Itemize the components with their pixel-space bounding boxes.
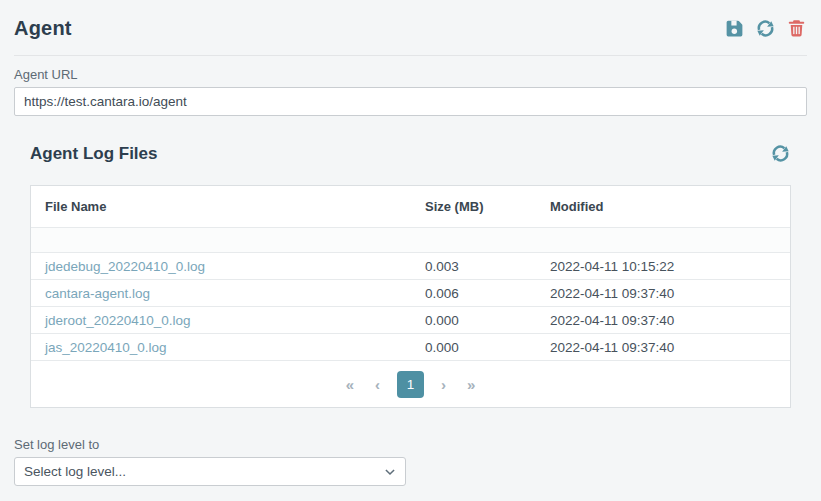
pagination-prev-button[interactable]: ‹	[371, 374, 384, 395]
page-title: Agent	[14, 17, 72, 40]
column-header-size: Size (MB)	[425, 199, 550, 214]
agent-url-label: Agent URL	[14, 67, 807, 82]
save-icon	[724, 18, 745, 39]
table-header-row: File Name Size (MB) Modified	[31, 186, 790, 228]
agent-log-files-section: Agent Log Files File Name Size (MB) Modi…	[30, 143, 791, 408]
column-header-modified: Modified	[550, 199, 790, 214]
refresh-icon	[770, 143, 791, 164]
log-file-link[interactable]: jdedebug_20220410_0.log	[45, 259, 205, 274]
delete-button[interactable]	[786, 18, 807, 39]
pagination: « ‹ 1 › »	[31, 361, 790, 407]
header-divider	[14, 55, 807, 56]
table-row: jas_20220410_0.log 0.000 2022-04-11 09:3…	[31, 334, 790, 361]
toolbar	[724, 18, 807, 39]
trash-icon	[786, 18, 807, 39]
pagination-last-button[interactable]: »	[463, 374, 479, 395]
refresh-button[interactable]	[755, 18, 776, 39]
table-filter-row	[31, 228, 790, 253]
pagination-first-button[interactable]: «	[342, 374, 358, 395]
log-files-table: File Name Size (MB) Modified jdedebug_20…	[30, 185, 791, 408]
save-button[interactable]	[724, 18, 745, 39]
table-row: cantara-agent.log 0.006 2022-04-11 09:37…	[31, 280, 790, 307]
set-log-level-label: Set log level to	[14, 437, 807, 452]
column-header-file-name: File Name	[31, 199, 425, 214]
file-modified: 2022-04-11 10:15:22	[550, 259, 790, 274]
table-row: jderoot_20220410_0.log 0.000 2022-04-11 …	[31, 307, 790, 334]
table-row: jdedebug_20220410_0.log 0.003 2022-04-11…	[31, 253, 790, 280]
file-size: 0.006	[425, 286, 550, 301]
pagination-page-1-button[interactable]: 1	[397, 371, 424, 398]
file-modified: 2022-04-11 09:37:40	[550, 286, 790, 301]
page-header: Agent	[14, 14, 807, 42]
log-level-select-wrap: Select log level...	[14, 457, 406, 486]
refresh-log-files-button[interactable]	[770, 143, 791, 164]
section-title: Agent Log Files	[30, 144, 158, 164]
file-size: 0.003	[425, 259, 550, 274]
pagination-next-button[interactable]: ›	[437, 374, 450, 395]
refresh-icon	[755, 18, 776, 39]
file-modified: 2022-04-11 09:37:40	[550, 340, 790, 355]
log-level-select[interactable]: Select log level...	[14, 457, 406, 486]
agent-url-input[interactable]	[14, 87, 807, 116]
file-size: 0.000	[425, 340, 550, 355]
agent-page: Agent	[0, 0, 821, 486]
log-file-link[interactable]: jas_20220410_0.log	[45, 340, 167, 355]
section-header: Agent Log Files	[30, 143, 791, 164]
file-size: 0.000	[425, 313, 550, 328]
log-file-link[interactable]: cantara-agent.log	[45, 286, 150, 301]
log-file-link[interactable]: jderoot_20220410_0.log	[45, 313, 191, 328]
file-modified: 2022-04-11 09:37:40	[550, 313, 790, 328]
